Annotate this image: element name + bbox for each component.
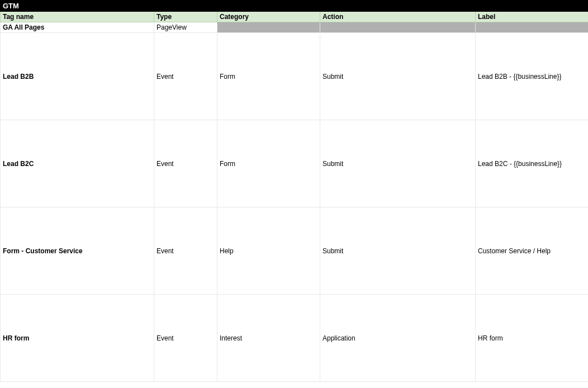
cell-type[interactable]: PageView xyxy=(154,22,217,33)
cell-category[interactable]: Help xyxy=(217,207,320,295)
title-row: GTM xyxy=(1,1,589,12)
title-cell xyxy=(320,1,476,12)
header-category: Category xyxy=(217,12,320,22)
cell-category[interactable] xyxy=(217,22,320,33)
cell-label[interactable]: HR form xyxy=(476,295,589,382)
cell-category[interactable]: Form xyxy=(217,120,320,207)
cell-category[interactable]: Form xyxy=(217,33,320,120)
cell-tag-name[interactable]: GA All Pages xyxy=(1,22,154,33)
cell-action[interactable]: Submit xyxy=(320,207,476,295)
cell-tag-name[interactable]: Lead B2B xyxy=(1,33,154,120)
table-row: Form - Customer Service Event Help Submi… xyxy=(1,207,589,295)
table-row: GA All Pages PageView xyxy=(1,22,589,33)
title-cell xyxy=(154,1,217,12)
cell-label[interactable]: Lead B2C - {{businessLine}} xyxy=(476,120,589,207)
cell-action[interactable]: Submit xyxy=(320,120,476,207)
title-cell xyxy=(217,1,320,12)
table-row: Lead B2C Event Form Submit Lead B2C - {{… xyxy=(1,120,589,207)
table-row: HR form Event Interest Application HR fo… xyxy=(1,295,589,382)
cell-type[interactable]: Event xyxy=(154,295,217,382)
cell-action[interactable] xyxy=(320,22,476,33)
cell-type[interactable]: Event xyxy=(154,33,217,120)
header-action: Action xyxy=(320,12,476,22)
sheet-title: GTM xyxy=(1,1,154,12)
header-type: Type xyxy=(154,12,217,22)
cell-tag-name[interactable]: Lead B2C xyxy=(1,120,154,207)
cell-label[interactable]: Lead B2B - {{businessLine}} xyxy=(476,33,589,120)
cell-tag-name[interactable]: Form - Customer Service xyxy=(1,207,154,295)
header-row: Tag name Type Category Action Label xyxy=(1,12,589,22)
cell-type[interactable]: Event xyxy=(154,207,217,295)
cell-label[interactable] xyxy=(476,22,589,33)
cell-type[interactable]: Event xyxy=(154,120,217,207)
table-row: Lead B2B Event Form Submit Lead B2B - {{… xyxy=(1,33,589,120)
cell-tag-name[interactable]: HR form xyxy=(1,295,154,382)
cell-label[interactable]: Customer Service / Help xyxy=(476,207,589,295)
cell-action[interactable]: Application xyxy=(320,295,476,382)
header-tag-name: Tag name xyxy=(1,12,154,22)
title-cell xyxy=(476,1,589,12)
gtm-table: GTM Tag name Type Category Action Label … xyxy=(0,0,588,382)
cell-category[interactable]: Interest xyxy=(217,295,320,382)
cell-action[interactable]: Submit xyxy=(320,33,476,120)
header-label: Label xyxy=(476,12,589,22)
